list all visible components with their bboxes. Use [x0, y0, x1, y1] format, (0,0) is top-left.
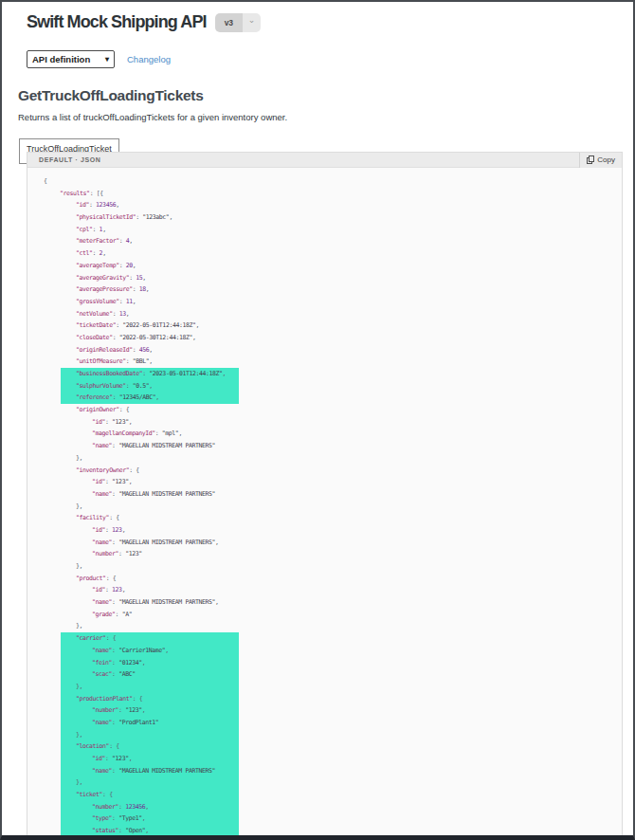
copy-button[interactable]: Copy — [579, 153, 622, 168]
code-line: "name": "MAGELLAN MIDSTREAM PARTNERS", — [27, 537, 622, 549]
code-line: "grossVolume": 11, — [27, 296, 622, 308]
code-line: "number": 123456, — [27, 801, 622, 813]
api-docs-page: Swift Mock Shipping API v3 ⌄ API definit… — [0, 0, 635, 840]
code-line: "fein": "01234", — [27, 657, 622, 669]
code-line: "name": "MAGELLAN MIDSTREAM PARTNERS" — [27, 488, 622, 501]
code-lines: {"results": [{"id": 123456,"physicalTick… — [27, 168, 622, 840]
code-line: "unitOfMeasure": "BBL", — [27, 356, 622, 368]
code-line: "physicalTicketId": "123abc", — [27, 211, 622, 224]
copy-label: Copy — [597, 155, 615, 164]
code-line: }, — [27, 620, 622, 632]
code-line: "id": 123, — [27, 524, 622, 537]
endpoint-description: Returns a list of truckOffLoadingTickets… — [18, 112, 633, 122]
code-line: "ticketDate": "2022-05-01T12:44:18Z", — [27, 320, 622, 332]
code-language-label: DEFAULT · JSON — [39, 156, 100, 163]
changelog-link[interactable]: Changelog — [127, 54, 171, 64]
code-line: "carrier": { — [27, 632, 622, 645]
code-line: { — [27, 175, 622, 188]
copy-icon — [587, 155, 594, 164]
code-line: "meterFactor": 4, — [27, 235, 622, 247]
code-line: "sulphurVolume": "0.5", — [27, 380, 622, 393]
code-line: "grade": "A" — [27, 609, 622, 621]
code-line: }, — [27, 776, 622, 789]
code-line: "number": "123", — [27, 704, 622, 717]
code-line: "originOwner": { — [27, 404, 622, 416]
code-line: "number": "123" — [27, 548, 622, 560]
code-line: "netVolume": 13, — [27, 308, 622, 320]
endpoint-section: GetTruckOffLoadingTickets Returns a list… — [2, 68, 633, 840]
code-line: }, — [27, 452, 622, 465]
code-line: "facility": { — [27, 512, 622, 524]
code-line: "status": "Open", — [27, 825, 622, 837]
code-line: "ticket": { — [27, 789, 622, 801]
endpoint-title: GetTruckOffLoadingTickets — [18, 87, 633, 104]
code-line: "averagePressure": 18, — [27, 283, 622, 296]
select-arrow-icon: ▾ — [105, 55, 109, 64]
code-line: "location": { — [27, 740, 622, 753]
version-label: v3 — [215, 13, 243, 32]
page-title: Swift Mock Shipping API — [27, 12, 207, 32]
code-block-header: DEFAULT · JSON Copy — [27, 153, 622, 168]
code-line: "averageTemp": 20, — [27, 260, 622, 272]
version-dropdown[interactable]: v3 ⌄ — [215, 13, 261, 32]
code-line: "closeDate": "2022-05-30T12:44:18Z", — [27, 332, 622, 344]
code-line: "id": "123", — [27, 476, 622, 488]
code-line: }, — [27, 501, 622, 513]
code-line: "product": { — [27, 573, 622, 585]
response-code-block: DEFAULT · JSON Copy {"results": [{"id": … — [27, 152, 623, 840]
code-line: }, — [27, 560, 622, 573]
page-header: Swift Mock Shipping API v3 ⌄ API definit… — [2, 2, 633, 68]
code-line: "productionPlant": { — [27, 693, 622, 705]
code-line: "businessBookedDate": "2023-05-01T12:44:… — [27, 368, 622, 380]
code-line: "id": "123", — [27, 416, 622, 429]
code-line: "type": "Type1", — [27, 813, 622, 825]
code-line: "name": "MAGELLAN MIDSTREAM PARTNERS", — [27, 596, 622, 609]
code-line: "results": [{ — [27, 188, 622, 200]
code-line: "name": "Carrier1Name", — [27, 645, 622, 657]
doc-view-select[interactable]: API definition ▾ — [27, 50, 115, 68]
code-line: "ctl": 2, — [27, 247, 622, 260]
code-line: "cpl": 1, — [27, 224, 622, 236]
code-line: "name": "MAGELLAN MIDSTREAM PARTNERS" — [27, 765, 622, 777]
code-line: "name": "MAGELLAN MIDSTREAM PARTNERS" — [27, 440, 622, 452]
code-line: "id": 123456, — [27, 199, 622, 211]
code-line: "magellanCompanyId": "mpl", — [27, 428, 622, 440]
code-line: "id": "123", — [27, 753, 622, 765]
code-line: "inventoryOwner": { — [27, 465, 622, 477]
chevron-down-icon: ⌄ — [243, 13, 261, 32]
code-line: "name": "ProdPlant1" — [27, 717, 622, 729]
code-line: }, — [27, 681, 622, 693]
code-line: }, — [27, 729, 622, 741]
code-line: "originReleaseId": 456, — [27, 344, 622, 356]
code-line: "reference": "12345/ABC", — [27, 392, 622, 404]
code-line: "scac": "ABC" — [27, 668, 622, 681]
code-line: "averageGravity": 15, — [27, 272, 622, 284]
doc-view-selected-value: API definition — [32, 54, 90, 64]
code-line: "id": 123, — [27, 584, 622, 596]
